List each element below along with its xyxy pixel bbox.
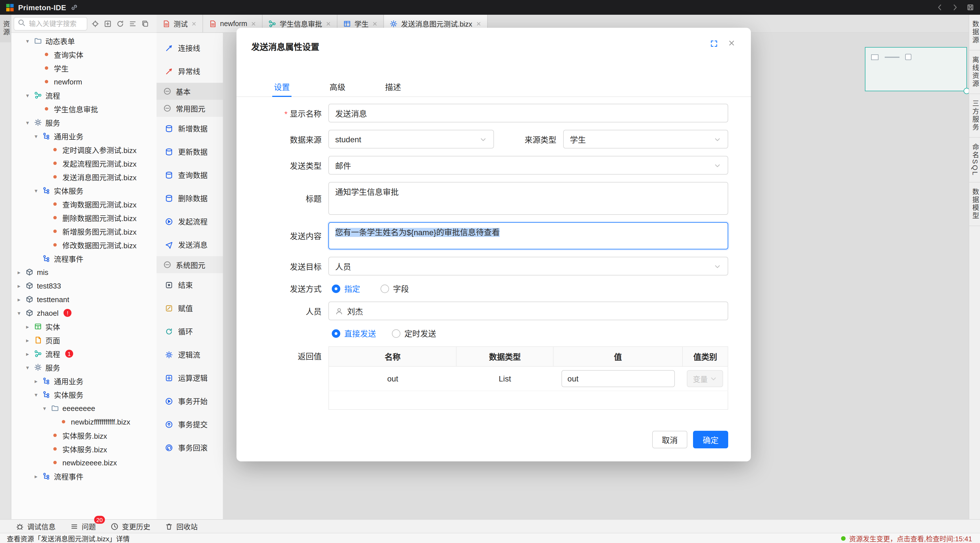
nav-back-icon[interactable]	[936, 3, 944, 11]
tree-item[interactable]: ▸testtenant	[11, 292, 156, 306]
palette-item[interactable]: 异常线	[156, 60, 223, 83]
search-box[interactable]	[14, 17, 88, 30]
right-rail-tab[interactable]: 命名SQL	[969, 138, 980, 183]
tree-item[interactable]: ▾通用业务	[11, 129, 156, 143]
caret-right-icon[interactable]: ▸	[24, 337, 30, 343]
tree-item[interactable]: 学生信息审批	[11, 102, 156, 116]
tree-item[interactable]: 实体服务.bizx	[11, 442, 156, 456]
caret-right-icon[interactable]: ▸	[33, 473, 39, 479]
caret-right-icon[interactable]: ▸	[33, 378, 39, 384]
cancel-button[interactable]: 取消	[652, 431, 687, 448]
radio-send-scheduled[interactable]	[392, 329, 400, 338]
tree-item[interactable]: ▾服务	[11, 116, 156, 129]
tree-item[interactable]: newform	[11, 75, 156, 89]
value-input[interactable]	[561, 370, 675, 387]
palette-item[interactable]: 删除数据	[156, 186, 223, 210]
caret-right-icon[interactable]: ▸	[16, 269, 22, 275]
caret-down-icon[interactable]: ▾	[24, 38, 30, 44]
tree-item[interactable]: ▸实体	[11, 320, 156, 333]
flow-node[interactable]	[905, 54, 912, 60]
caret-right-icon[interactable]: ▸	[24, 351, 30, 357]
dialog-tab-高级[interactable]: 高级	[328, 79, 347, 96]
palette-section-header[interactable]: 系统图元	[156, 256, 223, 273]
palette-item[interactable]: 事务提交	[156, 413, 223, 436]
close-tab-icon[interactable]	[372, 21, 378, 26]
subject-textarea[interactable]: 通知学生信息审批	[328, 182, 728, 215]
tree-item[interactable]: ▾eeeeeeee	[11, 401, 156, 415]
data-source-select[interactable]: student	[328, 130, 494, 149]
caret-down-icon[interactable]: ▾	[16, 310, 22, 316]
flow-selection-box[interactable]	[865, 47, 967, 91]
tree-item[interactable]: 查询数据图元测试.bizx	[11, 197, 156, 211]
right-rail-tab[interactable]: 数据模型	[969, 183, 980, 226]
collapse-icon[interactable]	[163, 261, 171, 269]
palette-item[interactable]: 更新数据	[156, 140, 223, 163]
sort-icon[interactable]	[127, 17, 138, 30]
dialog-tab-描述[interactable]: 描述	[383, 79, 402, 96]
search-input[interactable]	[28, 19, 83, 28]
tree-item[interactable]: 删除数据图元测试.bizx	[11, 211, 156, 224]
caret-right-icon[interactable]: ▸	[16, 283, 22, 289]
send-target-select[interactable]: 人员	[328, 257, 728, 275]
caret-down-icon[interactable]: ▾	[33, 187, 39, 194]
tree-item[interactable]: newbizeeee.bizx	[11, 456, 156, 469]
palette-item[interactable]: 事务回滚	[156, 436, 223, 459]
caret-down-icon[interactable]: ▾	[33, 133, 39, 139]
tree-item[interactable]: 发送消息图元测试.bizx	[11, 170, 156, 184]
palette-item[interactable]: 运算逻辑	[156, 366, 223, 389]
caret-down-icon[interactable]: ▾	[24, 119, 30, 125]
palette-section-header[interactable]: 常用图元	[156, 100, 223, 117]
caret-down-icon[interactable]: ▾	[24, 92, 30, 98]
nav-forward-icon[interactable]	[951, 3, 959, 11]
display-name-input[interactable]	[328, 104, 728, 122]
value-type-select[interactable]: 变量	[687, 370, 723, 387]
tree-item[interactable]: ▾实体服务	[11, 388, 156, 401]
tree-item[interactable]: ▸流程事件	[11, 469, 156, 483]
tree-item[interactable]: ▾流程	[11, 89, 156, 102]
send-type-select[interactable]: 邮件	[328, 156, 728, 175]
bottombar-item[interactable]: 调试信息	[16, 521, 56, 532]
palette-item[interactable]: 新增数据	[156, 117, 223, 140]
palette-item[interactable]: 发送消息	[156, 233, 223, 256]
radio-send-now[interactable]	[332, 329, 340, 338]
tree-item[interactable]: ▾动态表单	[11, 34, 156, 48]
right-rail-tab[interactable]: 数据源	[969, 15, 980, 51]
tree-item[interactable]: 学生	[11, 61, 156, 75]
palette-item[interactable]: 事务开始	[156, 389, 223, 413]
tree-item[interactable]: ▸通用业务	[11, 374, 156, 388]
save-icon[interactable]	[966, 3, 974, 11]
close-tab-icon[interactable]	[191, 21, 197, 26]
ok-button[interactable]: 确定	[693, 431, 728, 448]
palette-item[interactable]: 逻辑流	[156, 343, 223, 366]
editor-tab[interactable]: 测试	[156, 15, 203, 32]
tree-item[interactable]: ▾实体服务	[11, 184, 156, 197]
collapse-icon[interactable]	[163, 87, 171, 95]
tree-item[interactable]: 查询实体	[11, 48, 156, 61]
palette-item[interactable]: 连接线	[156, 36, 223, 60]
right-rail-tab[interactable]: 三方服务	[969, 94, 980, 138]
palette-item[interactable]: 赋值	[156, 297, 223, 320]
fullscreen-icon[interactable]	[710, 40, 718, 48]
tree-item[interactable]: 流程事件	[11, 252, 156, 265]
new-resource-icon[interactable]	[102, 17, 113, 30]
caret-down-icon[interactable]: ▾	[33, 391, 39, 398]
close-tab-icon[interactable]	[251, 21, 256, 26]
copy-icon[interactable]	[140, 17, 150, 30]
left-rail-tab[interactable]: 资源	[0, 15, 11, 43]
bottombar-item[interactable]: 回收站	[165, 521, 198, 532]
palette-item[interactable]: 查询数据	[156, 163, 223, 186]
locate-icon[interactable]	[90, 17, 100, 30]
tree-item[interactable]: ▾服务	[11, 360, 156, 374]
tree-item[interactable]: ▾zhaoel!	[11, 306, 156, 320]
dialog-tab-设置[interactable]: 设置	[272, 79, 291, 96]
caret-right-icon[interactable]: ▸	[24, 323, 30, 330]
close-tab-icon[interactable]	[476, 21, 481, 26]
right-rail-tab[interactable]: 离线资源	[969, 51, 980, 94]
status-message[interactable]: 查看资源「发送消息图元测试.bizx」详情	[7, 533, 130, 543]
flow-node[interactable]	[871, 54, 878, 60]
caret-down-icon[interactable]: ▾	[24, 364, 30, 370]
close-tab-icon[interactable]	[326, 21, 331, 26]
close-icon[interactable]	[728, 39, 735, 47]
tree-item[interactable]: ▸mis	[11, 265, 156, 279]
tree-item[interactable]: 实体服务.bizx	[11, 429, 156, 442]
